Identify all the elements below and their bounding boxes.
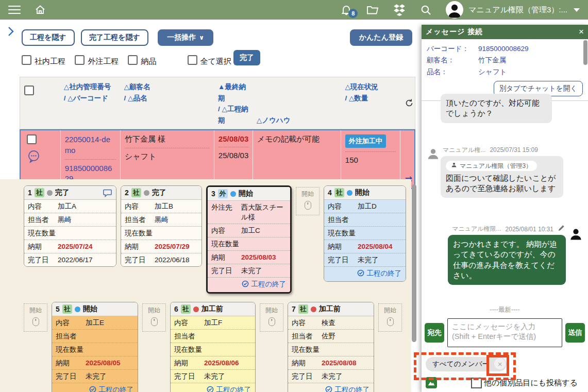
card-field: 現在数量 bbox=[52, 343, 138, 356]
end-process-link[interactable]: 工程の終了 bbox=[171, 383, 255, 392]
member-tag: すべてのメンバー× bbox=[426, 357, 507, 371]
field-value: 加工E bbox=[86, 318, 134, 328]
process-card[interactable]: 1社完了内容加工A担当者黒崎現在数量納期2025/07/24完了日2022/06… bbox=[24, 185, 116, 267]
complete-button[interactable]: 完了 bbox=[233, 50, 260, 65]
start-chip[interactable]: 開始 bbox=[142, 303, 166, 332]
sender-avatar bbox=[568, 227, 583, 244]
dropbox-icon[interactable] bbox=[393, 4, 406, 16]
end-process-link[interactable]: 工程の終了 bbox=[52, 383, 138, 392]
card-field: 内容加工E bbox=[52, 316, 138, 329]
recipient-button[interactable]: 宛先 bbox=[425, 323, 444, 343]
field-value bbox=[204, 331, 251, 341]
start-chip[interactable]: 開始 bbox=[378, 303, 402, 332]
start-chip[interactable]: 開始 bbox=[24, 303, 47, 332]
field-label: 内容 bbox=[292, 318, 322, 328]
barcode-value: 9185000008629 bbox=[478, 43, 529, 55]
mouse-icon bbox=[151, 317, 158, 326]
field-value: 未完了 bbox=[322, 371, 370, 381]
select-all-checkbox[interactable] bbox=[188, 55, 197, 65]
card-header: 2社完了 bbox=[121, 186, 201, 200]
main-scrollbar[interactable] bbox=[412, 184, 416, 342]
refresh-icon[interactable] bbox=[400, 77, 415, 129]
sender-avatar bbox=[426, 147, 440, 163]
status-dot-icon bbox=[311, 306, 316, 312]
field-label: 納期 bbox=[56, 358, 86, 368]
header-status[interactable]: △現在状況/ △数量 bbox=[341, 77, 400, 129]
control-no-link[interactable]: 22050014-demo bbox=[65, 134, 116, 156]
chat-bubble-icon[interactable] bbox=[27, 149, 41, 165]
card-type-badge: 外 bbox=[218, 189, 228, 198]
card-status-label: 加工前 bbox=[319, 304, 341, 314]
header-customer[interactable]: △顧客名/ △品名 bbox=[120, 77, 214, 129]
field-value: 加工B bbox=[155, 201, 198, 211]
field-value: 加工F bbox=[204, 318, 251, 328]
field-value bbox=[241, 239, 287, 249]
process-row-1: 1社完了内容加工A担当者黒崎現在数量納期2025/07/24完了日2022/06… bbox=[24, 185, 411, 294]
card-field: 納期2025/07/24 bbox=[24, 240, 116, 253]
end-process-label: 工程の終了 bbox=[98, 385, 133, 392]
latest-divider: ----最新---- bbox=[425, 305, 584, 314]
home-icon[interactable] bbox=[34, 4, 46, 16]
field-label: 現在数量 bbox=[125, 228, 155, 238]
table-header: △社内管理番号/ △バーコード △顧客名/ △品名 ▲最終納期/ △工程納期 △… bbox=[20, 77, 415, 129]
outsourced-checkbox[interactable] bbox=[75, 55, 85, 65]
card-type-badge: 社 bbox=[35, 188, 44, 197]
process-card[interactable]: 6社加工前内容加工F担当者現在数量納期2025/08/06完了日未完了工程の終了 bbox=[170, 302, 256, 392]
start-chip[interactable]: 開始 bbox=[260, 303, 283, 332]
header-due[interactable]: ▲最終納期/ △工程納期 bbox=[214, 77, 253, 129]
search-icon[interactable] bbox=[419, 4, 432, 16]
internal-checkbox[interactable] bbox=[22, 55, 31, 65]
field-label: 現在数量 bbox=[328, 228, 358, 238]
user-avatar[interactable] bbox=[446, 1, 463, 19]
hamburger-menu-icon[interactable] bbox=[8, 6, 21, 14]
end-process-link[interactable]: 工程の終了 bbox=[208, 277, 290, 292]
row-checkbox[interactable] bbox=[27, 134, 37, 144]
process-card[interactable]: 2社完了内容加工B担当者黒崎現在数量納期2025/07/29完了日2022/06… bbox=[121, 185, 202, 267]
field-label: 完了日 bbox=[125, 255, 155, 265]
bulk-action-button[interactable]: 一括操作∨ bbox=[158, 29, 213, 46]
message-input[interactable] bbox=[447, 318, 562, 347]
send-button[interactable]: 送信 bbox=[565, 323, 585, 343]
card-field: 担当者 bbox=[52, 329, 138, 343]
header-checkbox[interactable] bbox=[24, 86, 34, 95]
message-header: マニュアル権限...2025/08/01 10:31 bbox=[425, 225, 565, 233]
header-control-no[interactable]: △社内管理番号/ △バーコード bbox=[60, 77, 120, 129]
card-type-badge: 社 bbox=[131, 188, 141, 197]
header-select bbox=[20, 77, 60, 129]
process-card[interactable]: 3外開始外注先西大阪スチール様内容加工C現在数量納期2025/08/03完了日未… bbox=[206, 185, 292, 294]
card-header: 4社開始 bbox=[324, 186, 406, 200]
hide-completed-button[interactable]: 完了工程を隠す bbox=[81, 29, 148, 46]
hide-process-button[interactable]: 工程を隠す bbox=[22, 29, 75, 46]
edit-pencil-icon[interactable] bbox=[558, 225, 565, 233]
person-icon bbox=[451, 162, 457, 170]
main-content: 工程を隠す 完了工程を隠す 一括操作∨ かんたん登録 社内工程 外注工程 納品 … bbox=[0, 20, 415, 392]
end-process-link[interactable]: 工程の終了 bbox=[324, 266, 406, 281]
attach-image-icon[interactable] bbox=[426, 377, 437, 388]
chat-bubble-icon[interactable] bbox=[103, 189, 112, 197]
process-card[interactable]: 7社加工前内容検査担当者佐野現在数量納期2025/08/08完了日未完了工程の終… bbox=[288, 302, 374, 392]
remove-member-icon[interactable]: × bbox=[494, 358, 506, 369]
kanban-area: 1社完了内容加工A担当者黒崎現在数量納期2025/07/24完了日2022/06… bbox=[0, 179, 411, 392]
end-process-link[interactable]: 工程の終了 bbox=[288, 383, 374, 392]
process-card[interactable]: 5社開始内容加工E担当者現在数量納期2025/08/05完了日未完了工程の終了 bbox=[52, 302, 138, 392]
card-field: 内容検査 bbox=[288, 316, 374, 329]
easy-register-button[interactable]: かんたん登録 bbox=[350, 29, 412, 46]
notifications-bell-icon[interactable]: 8 bbox=[340, 4, 352, 16]
card-body: 外注先西大阪スチール様内容加工C現在数量納期2025/08/03完了日未完了工程… bbox=[208, 201, 290, 292]
process-card[interactable]: 4社開始内容加工D担当者現在数量納期2025/08/04完了日未完了工程の終了 bbox=[324, 185, 406, 282]
delivery-checkbox[interactable] bbox=[128, 55, 138, 65]
chevron-down-icon[interactable] bbox=[574, 8, 580, 12]
card-type-badge: 社 bbox=[298, 304, 308, 314]
start-chip-label: 開始 bbox=[296, 190, 319, 198]
item-name: シャフト bbox=[125, 152, 210, 162]
header-knowhow[interactable]: △ノウハウ bbox=[253, 77, 341, 129]
card-header: 3外開始 bbox=[208, 187, 290, 201]
field-value bbox=[204, 345, 251, 354]
chat-scrollbar[interactable] bbox=[583, 40, 587, 65]
start-chip[interactable]: 開始 bbox=[296, 187, 320, 215]
post-to-other-checkbox[interactable] bbox=[471, 378, 482, 388]
field-label: 完了日 bbox=[28, 255, 58, 265]
barcode-label: バーコード： bbox=[427, 43, 478, 55]
close-icon[interactable]: × bbox=[579, 27, 584, 37]
folder-icon[interactable] bbox=[366, 4, 379, 16]
